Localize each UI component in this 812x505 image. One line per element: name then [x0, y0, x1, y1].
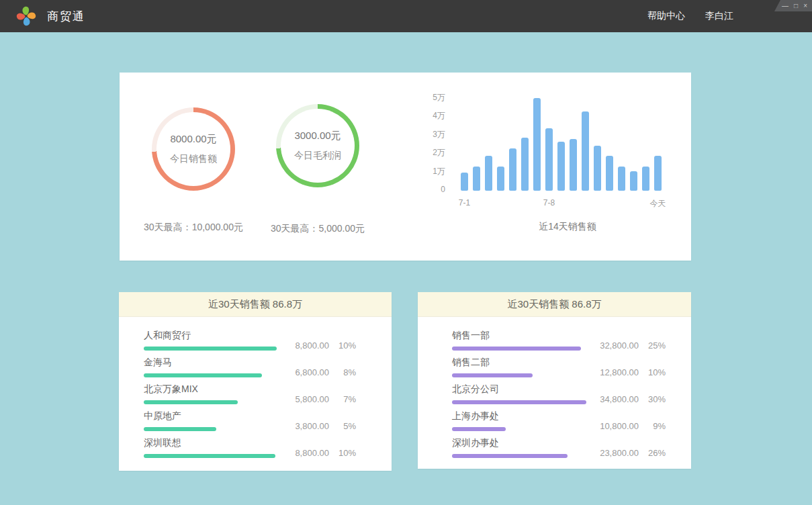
rank-row-amount: 10,800.00 [586, 421, 639, 431]
sales-bar [521, 138, 529, 191]
rank-row: 销售二部12,800.0010% [452, 356, 666, 377]
sales-bar [473, 167, 480, 191]
sales-bar [509, 148, 516, 191]
rank-row-bar [144, 400, 238, 404]
x-axis-tick-label: 7-1 [448, 198, 482, 208]
rank-row-percent: 10% [329, 340, 356, 351]
rank-row-name: 销售二部 [452, 357, 586, 369]
rank-row-left: 中原地产 [144, 410, 278, 431]
rank-row-name: 深圳联想 [144, 437, 278, 449]
today-profit-amount: 3000.00元 [294, 130, 341, 142]
app-logo-pinwheel-icon [15, 5, 38, 28]
close-button[interactable]: × [803, 1, 807, 11]
rank-row: 北京分公司34,800.0030% [452, 383, 666, 404]
rank-row-amount: 6,800.00 [278, 367, 329, 377]
y-axis-tick-label: 4万 [415, 111, 445, 120]
rank-row-amount: 23,800.00 [586, 448, 639, 458]
rank-row-amount: 3,800.00 [278, 421, 329, 431]
help-center-link[interactable]: 帮助中心 [647, 10, 685, 22]
rank-row-name: 北京分公司 [452, 383, 586, 396]
rank-row: 深圳联想8,800.0010% [144, 437, 356, 458]
today-sales-gauge-center: 8000.00元 今日销售额 [156, 112, 230, 186]
sales-bar [582, 111, 589, 191]
rank-row-percent: 5% [329, 421, 356, 431]
rank-row: 上海办事处10,800.009% [452, 410, 666, 431]
rank-row: 金海马6,800.008% [144, 356, 356, 377]
rank-row-left: 北京万象MIX [144, 383, 278, 404]
rank-row-percent: 26% [639, 448, 666, 458]
customer-sales-rank-card: 近30天销售额 86.8万 人和商贸行8,800.0010%金海马6,800.0… [119, 292, 392, 471]
rank-row-bar [452, 400, 586, 404]
y-axis-tick-label: 0 [415, 185, 445, 194]
sales-bar [545, 128, 553, 191]
rank-row-percent: 8% [329, 367, 356, 377]
rank-row-bar [144, 373, 262, 377]
rank-card-rows: 销售一部32,800.0025%销售二部12,800.0010%北京分公司34,… [418, 317, 691, 458]
rank-row-bar [452, 454, 568, 458]
y-axis-tick-label: 1万 [415, 167, 445, 176]
rank-row-percent: 25% [639, 340, 666, 351]
sales-bar [630, 171, 637, 191]
rank-row-left: 人和商贸行 [144, 330, 278, 351]
rank-row-name: 金海马 [144, 357, 278, 369]
y-axis-tick-label: 3万 [415, 130, 445, 139]
rank-row-percent: 9% [639, 421, 666, 431]
rank-row-name: 上海办事处 [452, 410, 586, 422]
rank-row-left: 销售二部 [452, 357, 586, 377]
titlebar: 商贸通 帮助中心 李白江 — □ × [0, 0, 812, 32]
today-profit-gauge: 3000.00元 今日毛利润 [276, 104, 359, 187]
rank-row-name: 人和商贸行 [144, 330, 278, 342]
rank-row: 北京万象MIX5,800.007% [144, 383, 356, 404]
today-sales-amount: 8000.00元 [170, 133, 216, 146]
titlebar-right: 帮助中心 李白江 [647, 10, 733, 22]
rank-row-percent: 7% [329, 394, 356, 404]
today-profit-label: 今日毛利润 [294, 150, 341, 162]
rank-card-rows: 人和商贸行8,800.0010%金海马6,800.008%北京万象MIX5,80… [119, 317, 392, 458]
maximize-button[interactable]: □ [794, 1, 798, 11]
rank-row-left: 北京分公司 [452, 383, 586, 404]
y-axis-tick-label: 2万 [415, 148, 445, 157]
rank-row-name: 销售一部 [452, 330, 586, 342]
department-sales-rank-card: 近30天销售额 86.8万 销售一部32,800.0025%销售二部12,800… [418, 292, 691, 469]
sales-14day-bar-chart: 5万4万3万2万1万0 7-17-8今天 近14天销售额 [415, 92, 684, 240]
y-axis-tick-label: 5万 [415, 93, 445, 102]
app-title: 商贸通 [47, 9, 85, 24]
rank-row-bar [452, 427, 506, 431]
user-name-link[interactable]: 李白江 [705, 10, 733, 22]
sales-bar [618, 167, 625, 191]
sales-bar [461, 173, 468, 191]
today-overview-card: 8000.00元 今日销售额 30天最高：10,000.00元 3000.00元… [120, 73, 691, 261]
rank-row-name: 深圳办事处 [452, 437, 586, 449]
rank-row-left: 深圳联想 [144, 437, 278, 458]
today-sales-label: 今日销售额 [170, 153, 217, 165]
today-sales-gauge: 8000.00元 今日销售额 [152, 107, 235, 191]
rank-row-amount: 5,800.00 [278, 394, 329, 404]
window-controls: — □ × [774, 0, 812, 11]
sales-bar [594, 146, 601, 191]
rank-row-amount: 32,800.00 [586, 340, 639, 351]
minimize-button[interactable]: — [782, 1, 788, 11]
rank-row: 销售一部32,800.0025% [452, 329, 666, 351]
sales-bar [533, 98, 541, 191]
rank-row-left: 上海办事处 [452, 410, 586, 431]
rank-row: 中原地产3,800.005% [144, 410, 356, 431]
rank-row-amount: 34,800.00 [586, 394, 639, 404]
rank-row-bar [144, 454, 275, 458]
sales-bar [606, 156, 613, 191]
rank-row: 深圳办事处23,800.0026% [452, 437, 666, 458]
bar-chart-caption: 近14天销售额 [500, 221, 635, 233]
x-axis-tick-label: 7-8 [533, 198, 566, 208]
rank-row-left: 金海马 [144, 357, 278, 377]
bar-chart-bars [461, 92, 662, 191]
rank-row-name: 中原地产 [144, 410, 278, 422]
sales-bar [654, 156, 662, 191]
sales-bar [557, 142, 565, 191]
rank-row-left: 深圳办事处 [452, 437, 586, 458]
sales-bar [485, 156, 492, 191]
rank-row-amount: 8,800.00 [278, 448, 329, 458]
rank-row-amount: 12,800.00 [586, 367, 639, 377]
rank-row-name: 北京万象MIX [144, 383, 278, 396]
rank-row-percent: 10% [329, 448, 356, 458]
rank-card-title: 近30天销售额 86.8万 [119, 292, 392, 317]
sales-bar [642, 167, 649, 191]
